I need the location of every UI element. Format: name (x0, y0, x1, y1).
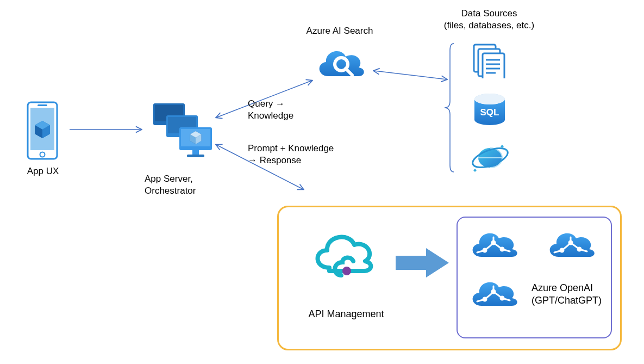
query-knowledge-label: Query → Knowledge (248, 98, 324, 122)
svg-point-7 (40, 152, 45, 157)
files-icon (472, 42, 507, 81)
app-ux-node (26, 101, 59, 163)
sql-db-icon: SQL (471, 92, 509, 133)
sql-text: SQL (480, 107, 499, 118)
azure-ai-search-label: Azure AI Search (293, 25, 386, 37)
api-management-label: API Management (300, 308, 392, 320)
app-server-node (151, 102, 215, 164)
svg-rect-14 (192, 150, 199, 155)
azure-openai-label: Azure OpenAI (GPT/ChatGPT) (532, 282, 613, 307)
monitors-icon (151, 102, 215, 161)
app-ux-label: App UX (16, 165, 70, 177)
svg-rect-6 (37, 104, 47, 106)
api-cloud-icon (311, 229, 376, 281)
svg-line-3 (374, 71, 447, 79)
svg-rect-20 (483, 53, 504, 78)
ai-cloud-2 (543, 226, 598, 267)
cosmos-db-icon (471, 141, 510, 178)
cloud-search-icon (313, 44, 367, 86)
svg-point-29 (342, 267, 351, 275)
api-management-node (311, 229, 376, 283)
prompt-knowledge-label: Prompt + Knowledge → Response (248, 143, 362, 166)
svg-point-26 (474, 94, 505, 104)
data-sources-label: Data Sources (files, databases, etc.) (429, 8, 549, 32)
azure-ai-search-node (313, 44, 367, 89)
ai-cloud-1 (466, 226, 521, 267)
thick-arrow (392, 244, 452, 285)
ai-cloud-3 (466, 275, 521, 316)
phone-icon (26, 101, 59, 160)
svg-rect-15 (187, 155, 204, 157)
app-server-label: App Server, Orchestrator (145, 173, 232, 197)
